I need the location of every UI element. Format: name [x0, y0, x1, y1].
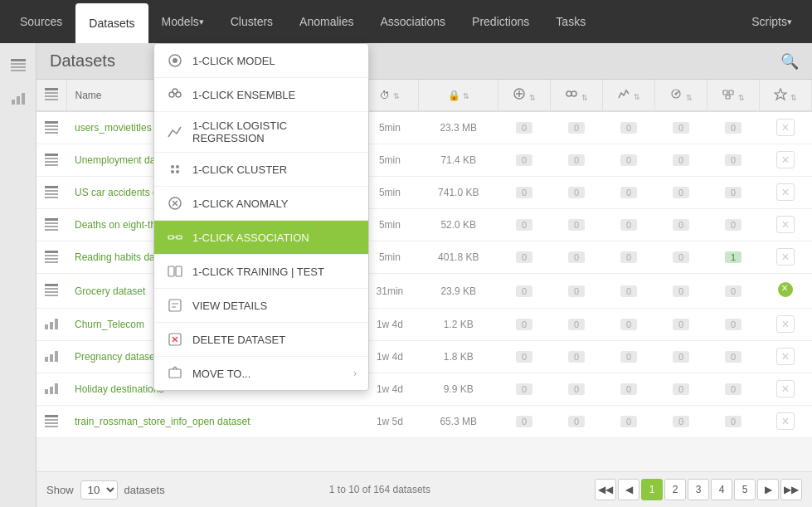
- table-row: train_rossman_store_info_open dataset 1w…: [36, 406, 812, 438]
- row-action[interactable]: [759, 274, 811, 309]
- row-c5: 0: [707, 111, 760, 144]
- row-c3: 0: [603, 177, 655, 209]
- row-type-icon: [36, 144, 66, 177]
- nav-item-associations[interactable]: Associations: [367, 0, 459, 43]
- page-prev[interactable]: ◀: [618, 479, 639, 500]
- svg-rect-33: [45, 197, 58, 198]
- svg-rect-35: [45, 222, 58, 224]
- menu-item-move-to[interactable]: MOVE TO... ›: [154, 357, 368, 390]
- col-age[interactable]: ⏱ ⇅: [361, 80, 419, 111]
- row-c4: 0: [655, 177, 707, 209]
- page-4[interactable]: 4: [711, 479, 732, 500]
- row-action[interactable]: ×: [759, 209, 811, 241]
- row-c5: 0: [707, 274, 760, 309]
- row-type-icon: [36, 111, 66, 144]
- menu-item-label: 1-CLICK ANOMALY: [192, 197, 357, 210]
- page-first[interactable]: ◀◀: [595, 479, 616, 500]
- col-c2[interactable]: ⇅: [551, 80, 603, 111]
- row-c1: 0: [498, 111, 551, 144]
- col-c3[interactable]: ⇅: [603, 80, 655, 111]
- nav-item-tasks[interactable]: Tasks: [542, 0, 599, 43]
- menu-item-1click-logistic[interactable]: 1-CLICK LOGISTIC REGRESSION: [154, 112, 368, 153]
- sidebar-icon-table[interactable]: [5, 51, 32, 78]
- svg-rect-19: [723, 90, 727, 95]
- svg-rect-76: [169, 300, 181, 311]
- svg-rect-46: [45, 324, 48, 329]
- row-action[interactable]: ×: [759, 241, 811, 274]
- processing-indicator[interactable]: [778, 282, 793, 297]
- row-name[interactable]: train_rossman_store_info_open dataset: [66, 406, 361, 438]
- row-size: 741.0 KB: [419, 177, 498, 209]
- svg-point-64: [171, 165, 174, 168]
- svg-rect-36: [45, 226, 58, 227]
- row-c5: 0: [707, 177, 760, 209]
- svg-rect-21: [726, 95, 730, 99]
- menu-item-1click-association[interactable]: 1-CLICK ASSOCIATION: [154, 221, 368, 255]
- action-x[interactable]: ×: [776, 380, 794, 397]
- row-action[interactable]: ×: [759, 111, 811, 144]
- row-age: 1w 4d: [361, 309, 419, 341]
- col-c4[interactable]: ⇅: [655, 80, 707, 111]
- col-c5[interactable]: ⇅: [707, 80, 760, 111]
- row-age: 1w 4d: [361, 341, 419, 373]
- action-x[interactable]: ×: [776, 248, 794, 266]
- row-c3: 0: [603, 209, 655, 241]
- col-size[interactable]: 🔒 ⇅: [419, 80, 498, 111]
- row-age: 31min: [361, 274, 419, 309]
- svg-rect-40: [45, 258, 58, 260]
- cluster-icon: [166, 160, 184, 178]
- row-action[interactable]: ×: [759, 309, 811, 341]
- page-2[interactable]: 2: [664, 479, 686, 500]
- row-c2: 0: [551, 209, 603, 241]
- menu-item-1click-ensemble[interactable]: 1-CLICK ENSEMBLE: [154, 78, 368, 112]
- col-action[interactable]: ⇅: [759, 80, 811, 111]
- nav-item-datasets[interactable]: Datasets: [75, 3, 148, 43]
- sidebar: [0, 43, 36, 507]
- row-c3: 0: [603, 144, 655, 177]
- row-c4: 0: [655, 373, 707, 406]
- nav-item-models[interactable]: Models: [148, 0, 217, 43]
- row-c1: 0: [498, 209, 551, 241]
- page-3[interactable]: 3: [688, 479, 709, 500]
- page-last[interactable]: ▶▶: [780, 479, 802, 500]
- scripts-button[interactable]: Scripts: [738, 0, 805, 43]
- row-action[interactable]: ×: [759, 406, 811, 438]
- search-button[interactable]: 🔍: [780, 52, 799, 71]
- row-action[interactable]: ×: [759, 177, 811, 209]
- menu-item-1click-model[interactable]: 1-CLICK MODEL: [154, 44, 368, 78]
- table-footer: Show 10 25 50 datasets 1 to 10 of 164 da…: [36, 471, 812, 507]
- page-next[interactable]: ▶: [757, 479, 779, 500]
- menu-item-1click-training[interactable]: 1-CLICK TRAINING | TEST: [154, 255, 368, 289]
- menu-item-1click-cluster[interactable]: 1-CLICK CLUSTER: [154, 153, 368, 187]
- action-x[interactable]: ×: [776, 412, 794, 430]
- page-size-select[interactable]: 10 25 50: [80, 480, 118, 500]
- nav-item-clusters[interactable]: Clusters: [217, 0, 286, 43]
- nav-item-sources[interactable]: Sources: [7, 0, 75, 43]
- nav-item-predictions[interactable]: Predictions: [459, 0, 542, 43]
- nav-item-anomalies[interactable]: Anomalies: [286, 0, 367, 43]
- action-x[interactable]: ×: [776, 315, 794, 333]
- row-action[interactable]: ×: [759, 341, 811, 373]
- row-action[interactable]: ×: [759, 144, 811, 177]
- svg-rect-39: [45, 255, 58, 256]
- menu-item-view-details[interactable]: VIEW DETAILS: [154, 289, 368, 323]
- menu-item-1click-anomaly[interactable]: 1-CLICK ANOMALY: [154, 187, 368, 221]
- row-c1: 0: [498, 144, 551, 177]
- row-c5: 0: [707, 341, 760, 373]
- svg-rect-5: [17, 96, 20, 105]
- svg-rect-45: [45, 295, 58, 296]
- action-x[interactable]: ×: [776, 183, 794, 201]
- svg-rect-8: [45, 92, 58, 94]
- action-x[interactable]: ×: [776, 348, 794, 365]
- page-5[interactable]: 5: [734, 479, 756, 500]
- sidebar-icon-chart[interactable]: [5, 85, 32, 111]
- action-x[interactable]: ×: [776, 151, 794, 168]
- svg-point-66: [171, 170, 174, 173]
- col-c1[interactable]: ⇅: [498, 80, 551, 111]
- action-x[interactable]: ×: [776, 216, 794, 233]
- page-1[interactable]: 1: [641, 479, 663, 500]
- menu-item-delete-dataset[interactable]: DELETE DATASET: [154, 323, 368, 357]
- action-x[interactable]: ×: [776, 119, 794, 136]
- menu-item-label: 1-CLICK ENSEMBLE: [192, 89, 357, 101]
- row-action[interactable]: ×: [759, 373, 811, 406]
